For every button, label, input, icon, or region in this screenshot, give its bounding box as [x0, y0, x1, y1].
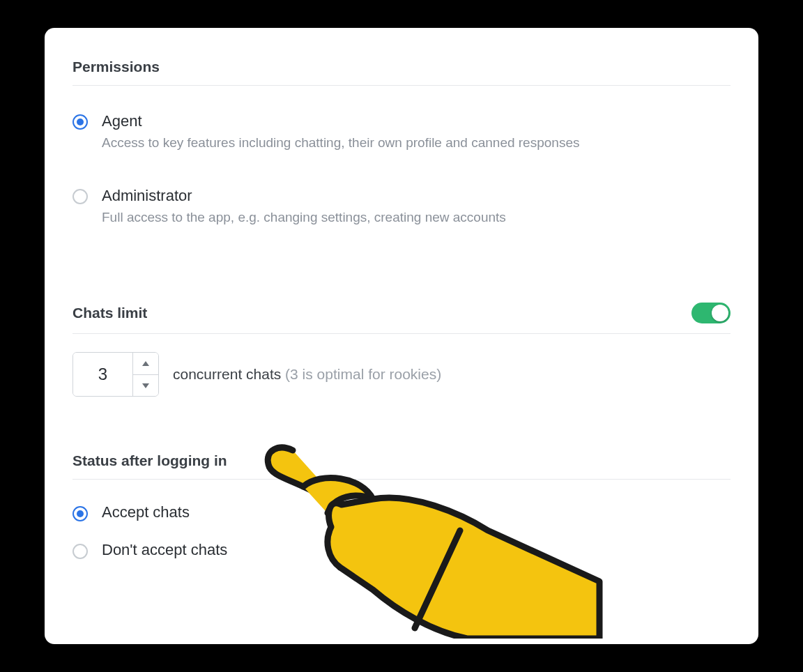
- chats-limit-stepper: 3: [72, 352, 159, 397]
- stepper-down-button[interactable]: [133, 375, 158, 397]
- permissions-title-text: Permissions: [72, 59, 160, 75]
- permissions-radio-group: Agent Access to key features including c…: [72, 86, 731, 261]
- permission-option-label: Administrator: [102, 187, 506, 205]
- chats-limit-section-title: Chats limit: [72, 293, 731, 334]
- chats-limit-title-text: Chats limit: [72, 305, 147, 321]
- chats-limit-row: 3 concurrent chats (3 is optimal for roo…: [72, 334, 731, 411]
- status-option-label: Don't accept chats: [102, 541, 227, 559]
- permission-option-administrator[interactable]: Administrator Full access to the app, e.…: [72, 180, 731, 254]
- settings-panel: Permissions Agent Access to key features…: [45, 28, 758, 644]
- permission-option-desc: Full access to the app, e.g. changing se…: [102, 209, 506, 227]
- radio-icon: [72, 544, 88, 559]
- status-section-title: Status after logging in: [72, 443, 731, 480]
- chats-limit-value[interactable]: 3: [73, 353, 133, 396]
- chats-limit-label-row: concurrent chats (3 is optimal for rooki…: [173, 366, 441, 383]
- chevron-down-icon: [142, 383, 149, 388]
- status-option-dont-accept[interactable]: Don't accept chats: [72, 531, 731, 569]
- status-radio-group: Accept chats Don't accept chats: [72, 480, 731, 569]
- permission-option-agent[interactable]: Agent Access to key features including c…: [72, 105, 731, 180]
- permissions-section-title: Permissions: [72, 49, 731, 86]
- chats-limit-toggle[interactable]: [691, 303, 731, 323]
- status-option-accept[interactable]: Accept chats: [72, 494, 731, 531]
- permission-option-desc: Access to key features including chattin…: [102, 135, 579, 152]
- radio-icon: [72, 189, 88, 204]
- radio-icon: [72, 506, 88, 521]
- chats-limit-label: concurrent chats: [173, 366, 281, 382]
- permission-option-label: Agent: [102, 112, 579, 130]
- chevron-up-icon: [142, 361, 149, 366]
- status-title-text: Status after logging in: [72, 452, 227, 469]
- status-option-label: Accept chats: [102, 503, 190, 521]
- toggle-knob-icon: [712, 305, 728, 321]
- chats-limit-hint: (3 is optimal for rookies): [285, 366, 441, 382]
- stepper-up-button[interactable]: [133, 353, 158, 375]
- radio-icon: [72, 114, 88, 130]
